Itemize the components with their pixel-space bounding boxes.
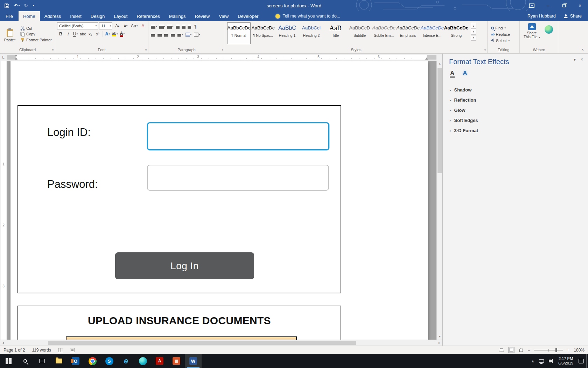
document-page[interactable]: Login ID: Password: Log In UPLOAD INSURA… xyxy=(10,61,428,340)
align-left-button[interactable] xyxy=(151,33,155,37)
customize-qat-button[interactable]: ▾ xyxy=(32,4,34,7)
taskbar-clock[interactable]: 2:17 PM 6/6/2019 xyxy=(555,356,576,366)
acrobat-button[interactable]: A xyxy=(151,354,168,368)
task-view-button[interactable] xyxy=(34,354,50,368)
save-icon[interactable] xyxy=(4,3,9,8)
horizontal-scroll-thumb[interactable] xyxy=(48,341,356,345)
strikethrough-button[interactable]: abc xyxy=(79,30,87,38)
find-button[interactable]: Find▾ xyxy=(491,26,519,30)
numbering-button[interactable]: ▾ xyxy=(159,25,166,29)
redo-button[interactable]: ↻ xyxy=(24,3,28,8)
tab-mailings[interactable]: Mailings xyxy=(164,11,190,21)
taskbar-search-button[interactable] xyxy=(17,354,34,368)
first-line-indent-marker[interactable] xyxy=(15,55,18,57)
clipboard-dialog-launcher[interactable]: ↘ xyxy=(51,47,54,52)
proofing-status-icon[interactable] xyxy=(58,348,63,352)
skype-button[interactable]: S xyxy=(101,354,118,368)
increase-indent-button[interactable] xyxy=(182,25,186,29)
share-button[interactable]: Share xyxy=(564,14,582,19)
show-formatting-marks-button[interactable]: ¶ xyxy=(193,23,198,30)
start-button[interactable] xyxy=(0,354,17,368)
text-effects-tab[interactable]: A xyxy=(462,70,467,78)
document-canvas[interactable]: Login ID: Password: Log In UPLOAD INSURA… xyxy=(7,61,436,340)
internet-explorer-button[interactable]: e xyxy=(118,354,134,368)
print-layout-button[interactable] xyxy=(508,347,514,353)
scroll-down-button[interactable]: ▼ xyxy=(437,334,443,340)
style-strong[interactable]: AaBbCcDcStrong xyxy=(444,22,468,44)
volume-tray-icon[interactable] xyxy=(546,354,555,368)
word-count[interactable]: 119 words xyxy=(32,348,51,353)
shrink-font-button[interactable]: A▾ xyxy=(122,22,129,29)
justify-button[interactable] xyxy=(171,33,175,37)
zoom-slider-thumb[interactable] xyxy=(555,348,557,352)
replace-button[interactable]: abReplace xyxy=(491,32,519,36)
zoom-slider[interactable] xyxy=(534,350,563,350)
tab-references[interactable]: References xyxy=(132,11,164,21)
outlook-button[interactable]: O xyxy=(67,354,84,368)
scroll-up-button[interactable]: ▲ xyxy=(437,61,443,67)
style-title[interactable]: AaBTitle xyxy=(324,22,347,44)
text-fill-outline-tab[interactable]: A xyxy=(450,70,455,78)
align-right-button[interactable] xyxy=(164,33,168,37)
horizontal-scrollbar[interactable]: ◄ ► xyxy=(0,340,442,346)
text-effects-button[interactable]: A▾ xyxy=(104,30,111,38)
horizontal-scroll-track[interactable] xyxy=(6,340,436,346)
read-mode-button[interactable] xyxy=(498,347,505,353)
undo-button[interactable]: ↶▾ xyxy=(14,3,20,8)
section-soft-edges[interactable]: ▸Soft Edges xyxy=(449,116,582,125)
vertical-scrollbar[interactable]: ▲ ▼ xyxy=(436,61,442,340)
style-heading-1[interactable]: AaBbCHeading 1 xyxy=(275,22,299,44)
font-dialog-launcher[interactable]: ↘ xyxy=(144,47,147,52)
style-intense-emphasis[interactable]: AaBbCcDcIntense E... xyxy=(420,22,444,44)
tab-address[interactable]: Address xyxy=(40,11,66,21)
macro-recording-icon[interactable] xyxy=(70,348,75,352)
login-form-box[interactable]: Login ID: Password: Log In xyxy=(18,105,341,293)
media-app-button[interactable] xyxy=(168,354,185,368)
line-spacing-button[interactable]: ▾ xyxy=(177,33,183,37)
tab-selector[interactable]: L xyxy=(0,54,7,61)
style-normal[interactable]: AaBbCcDc¶ Normal xyxy=(227,22,251,44)
sort-button[interactable] xyxy=(188,25,191,29)
section-shadow[interactable]: ▸Shadow xyxy=(449,86,582,94)
font-name-select[interactable]: Calibri (Body)▾ xyxy=(57,22,98,29)
tab-review[interactable]: Review xyxy=(190,11,215,21)
section-3d-format[interactable]: ▸3-D Format xyxy=(449,126,582,135)
log-in-button[interactable]: Log In xyxy=(115,252,254,279)
login-id-input[interactable] xyxy=(147,122,329,150)
superscript-button[interactable]: x² xyxy=(94,30,102,38)
section-reflection[interactable]: ▸Reflection xyxy=(449,96,582,104)
webex-button[interactable] xyxy=(543,23,554,34)
subscript-button[interactable]: x₂ xyxy=(87,30,94,38)
tab-design[interactable]: Design xyxy=(86,11,109,21)
bold-button[interactable]: B xyxy=(57,30,64,38)
minimize-button[interactable]: – xyxy=(540,0,556,11)
tab-developer[interactable]: Developer xyxy=(233,11,263,21)
grow-font-button[interactable]: A▴ xyxy=(113,22,121,29)
page-indicator[interactable]: Page 1 of 2 xyxy=(4,348,25,353)
right-indent-marker[interactable] xyxy=(425,57,428,60)
scroll-right-button[interactable]: ► xyxy=(436,340,442,346)
cut-button[interactable]: Cut xyxy=(20,26,52,30)
align-center-button[interactable] xyxy=(158,33,162,37)
hanging-indent-marker[interactable] xyxy=(15,57,18,60)
clear-formatting-button[interactable]: A xyxy=(139,22,147,29)
close-button[interactable]: × xyxy=(572,0,588,11)
italic-button[interactable]: I xyxy=(64,30,72,38)
change-case-button[interactable]: Aa▾ xyxy=(130,22,138,29)
styles-scroll-down-button[interactable]: ▾ xyxy=(471,29,476,35)
styles-scroll-up-button[interactable]: ▴ xyxy=(471,23,476,29)
decrease-indent-button[interactable] xyxy=(176,25,180,29)
chrome-button[interactable] xyxy=(84,354,101,368)
file-explorer-button[interactable] xyxy=(50,354,67,368)
tell-me-box[interactable]: Tell me what you want to do... xyxy=(275,11,340,21)
borders-button[interactable]: ▾ xyxy=(194,33,200,37)
browser-app-button[interactable] xyxy=(134,354,151,368)
style-emphasis[interactable]: AaBbCcDcEmphasis xyxy=(396,22,420,44)
tab-home[interactable]: Home xyxy=(19,11,40,21)
style-heading-2[interactable]: AaBbCcIHeading 2 xyxy=(300,22,323,44)
paragraph-dialog-launcher[interactable]: ↘ xyxy=(221,47,224,52)
underline-button[interactable]: U▾ xyxy=(72,30,79,38)
horizontal-ruler[interactable]: L 1 2 3 4 5 6 xyxy=(0,54,442,61)
style-no-spacing[interactable]: AaBbCcDc¶ No Spac... xyxy=(251,22,275,44)
password-input[interactable] xyxy=(147,165,329,191)
